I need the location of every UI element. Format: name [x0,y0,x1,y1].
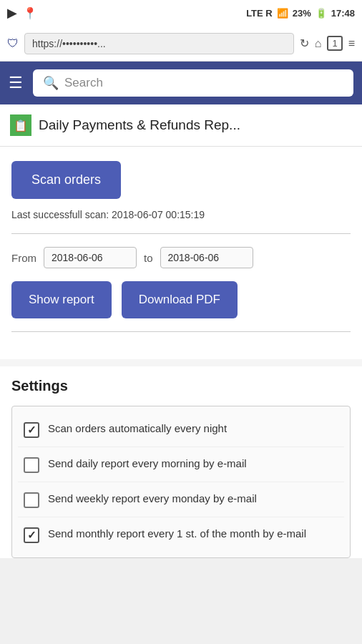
address-bar: 🛡 https://••••••••••... ↻ ⌂ 1 ≡ [0,26,362,62]
settings-card: Scan orders automatically every night Se… [11,406,351,558]
status-bar: ▶ 📍 LTE R 📶 23% 🔋 17:48 [0,0,362,26]
last-scan-info: Last successfull scan: 2018-06-07 00:15:… [11,209,351,220]
settings-section: Settings Scan orders automatically every… [0,366,362,558]
url-bar[interactable]: https://••••••••••... [24,33,294,54]
menu-icon[interactable]: ≡ [348,37,355,50]
setting-checkbox-0[interactable] [24,422,39,438]
action-buttons: Show report Download PDF [11,281,351,318]
download-pdf-button[interactable]: Download PDF [122,281,238,318]
setting-label-2: Send weekly report every monday by e-mai… [48,491,257,506]
setting-label-1: Send daily report every morning by e-mai… [48,456,247,471]
from-date-input[interactable] [44,247,137,268]
battery-icon: 🔋 [315,8,327,19]
play-icon: ▶ [7,5,17,21]
date-range: From to [11,247,351,268]
setting-checkbox-3[interactable] [24,527,39,543]
main-section: Scan orders Last successfull scan: 2018-… [0,147,362,359]
setting-item-1: Send daily report every morning by e-mai… [18,447,344,482]
setting-label-3: Send monthly report every 1 st. of the m… [48,526,306,541]
setting-item-3: Send monthly report every 1 st. of the m… [18,517,344,552]
settings-title: Settings [11,378,351,394]
page-title-bar: 📋 Daily Payments & Refunds Rep... [0,104,362,147]
from-label: From [11,252,36,264]
search-bar[interactable]: 🔍 Search [33,69,353,97]
signal-bars: 📶 [277,8,288,19]
page-icon: 📋 [10,114,31,136]
page-title: Daily Payments & Refunds Rep... [39,117,240,133]
home-icon[interactable]: ⌂ [315,37,322,50]
setting-label-0: Scan orders automatically every night [48,421,227,436]
to-date-input[interactable] [160,247,253,268]
to-label: to [144,252,153,264]
tab-icon[interactable]: 1 [327,36,342,51]
app-header: ☰ 🔍 Search [0,62,362,104]
shield-icon: 🛡 [7,37,19,50]
page-content: 📋 Daily Payments & Refunds Rep... Scan o… [0,104,362,558]
setting-item-0: Scan orders automatically every night [18,412,344,447]
lte-indicator: LTE R [246,8,273,19]
search-placeholder: Search [64,76,103,90]
setting-checkbox-1[interactable] [24,457,39,473]
setting-item-2: Send weekly report every monday by e-mai… [18,482,344,517]
search-icon: 🔍 [43,75,59,91]
battery-percent: 23% [293,8,311,19]
divider-2 [11,331,351,332]
scan-orders-button[interactable]: Scan orders [11,161,121,199]
clock: 17:48 [331,8,355,19]
phone-icon: 📍 [23,6,37,20]
divider-1 [11,233,351,234]
setting-checkbox-2[interactable] [24,492,39,508]
refresh-icon[interactable]: ↻ [300,36,309,50]
url-text: https://••••••••••... [32,38,106,49]
show-report-button[interactable]: Show report [11,281,112,318]
hamburger-menu-icon[interactable]: ☰ [9,74,23,92]
